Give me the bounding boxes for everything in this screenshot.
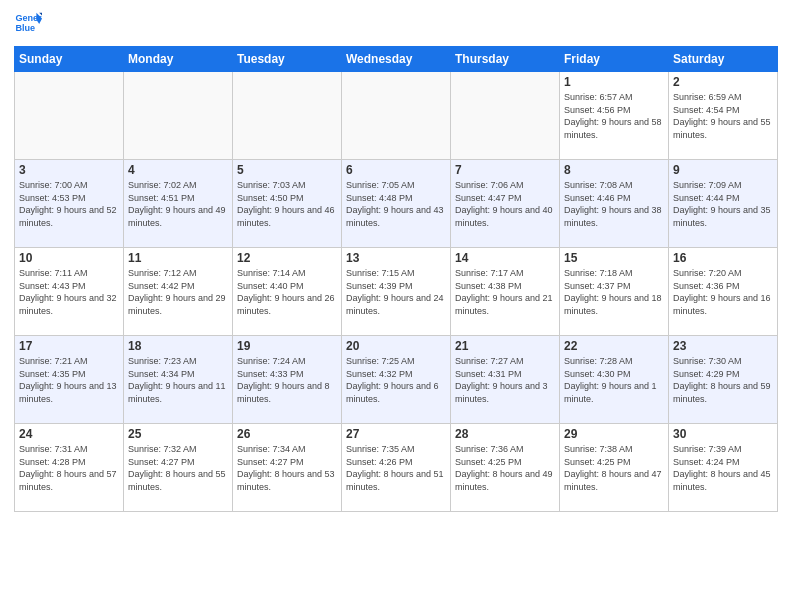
day-number: 17 <box>19 339 119 353</box>
cell-info: Sunrise: 7:32 AM Sunset: 4:27 PM Dayligh… <box>128 443 228 493</box>
day-number: 10 <box>19 251 119 265</box>
cell-info: Sunrise: 7:34 AM Sunset: 4:27 PM Dayligh… <box>237 443 337 493</box>
calendar-cell: 17Sunrise: 7:21 AM Sunset: 4:35 PM Dayli… <box>15 336 124 424</box>
day-number: 22 <box>564 339 664 353</box>
day-number: 29 <box>564 427 664 441</box>
cell-info: Sunrise: 7:08 AM Sunset: 4:46 PM Dayligh… <box>564 179 664 229</box>
calendar-cell <box>342 72 451 160</box>
logo: General Blue <box>14 10 42 38</box>
calendar-cell <box>15 72 124 160</box>
cell-info: Sunrise: 7:27 AM Sunset: 4:31 PM Dayligh… <box>455 355 555 405</box>
calendar: SundayMondayTuesdayWednesdayThursdayFrid… <box>14 46 778 512</box>
day-number: 3 <box>19 163 119 177</box>
calendar-cell: 12Sunrise: 7:14 AM Sunset: 4:40 PM Dayli… <box>233 248 342 336</box>
day-number: 5 <box>237 163 337 177</box>
calendar-cell <box>233 72 342 160</box>
cell-info: Sunrise: 7:12 AM Sunset: 4:42 PM Dayligh… <box>128 267 228 317</box>
calendar-cell: 11Sunrise: 7:12 AM Sunset: 4:42 PM Dayli… <box>124 248 233 336</box>
cell-info: Sunrise: 7:03 AM Sunset: 4:50 PM Dayligh… <box>237 179 337 229</box>
logo-icon: General Blue <box>14 10 42 38</box>
week-row-3: 10Sunrise: 7:11 AM Sunset: 4:43 PM Dayli… <box>15 248 778 336</box>
calendar-cell: 13Sunrise: 7:15 AM Sunset: 4:39 PM Dayli… <box>342 248 451 336</box>
cell-info: Sunrise: 6:57 AM Sunset: 4:56 PM Dayligh… <box>564 91 664 141</box>
calendar-cell: 22Sunrise: 7:28 AM Sunset: 4:30 PM Dayli… <box>560 336 669 424</box>
cell-info: Sunrise: 7:20 AM Sunset: 4:36 PM Dayligh… <box>673 267 773 317</box>
day-number: 6 <box>346 163 446 177</box>
page: General Blue SundayMondayTuesdayWednesda… <box>0 0 792 612</box>
day-number: 27 <box>346 427 446 441</box>
cell-info: Sunrise: 7:39 AM Sunset: 4:24 PM Dayligh… <box>673 443 773 493</box>
calendar-cell: 24Sunrise: 7:31 AM Sunset: 4:28 PM Dayli… <box>15 424 124 512</box>
calendar-cell: 9Sunrise: 7:09 AM Sunset: 4:44 PM Daylig… <box>669 160 778 248</box>
day-number: 8 <box>564 163 664 177</box>
calendar-cell: 30Sunrise: 7:39 AM Sunset: 4:24 PM Dayli… <box>669 424 778 512</box>
cell-info: Sunrise: 7:09 AM Sunset: 4:44 PM Dayligh… <box>673 179 773 229</box>
week-row-2: 3Sunrise: 7:00 AM Sunset: 4:53 PM Daylig… <box>15 160 778 248</box>
calendar-cell: 18Sunrise: 7:23 AM Sunset: 4:34 PM Dayli… <box>124 336 233 424</box>
day-header-saturday: Saturday <box>669 47 778 72</box>
day-number: 30 <box>673 427 773 441</box>
day-number: 4 <box>128 163 228 177</box>
day-number: 21 <box>455 339 555 353</box>
day-header-thursday: Thursday <box>451 47 560 72</box>
calendar-cell: 27Sunrise: 7:35 AM Sunset: 4:26 PM Dayli… <box>342 424 451 512</box>
cell-info: Sunrise: 7:28 AM Sunset: 4:30 PM Dayligh… <box>564 355 664 405</box>
days-header-row: SundayMondayTuesdayWednesdayThursdayFrid… <box>15 47 778 72</box>
calendar-cell: 29Sunrise: 7:38 AM Sunset: 4:25 PM Dayli… <box>560 424 669 512</box>
cell-info: Sunrise: 7:30 AM Sunset: 4:29 PM Dayligh… <box>673 355 773 405</box>
day-number: 2 <box>673 75 773 89</box>
cell-info: Sunrise: 7:15 AM Sunset: 4:39 PM Dayligh… <box>346 267 446 317</box>
calendar-cell: 25Sunrise: 7:32 AM Sunset: 4:27 PM Dayli… <box>124 424 233 512</box>
cell-info: Sunrise: 7:35 AM Sunset: 4:26 PM Dayligh… <box>346 443 446 493</box>
calendar-cell: 14Sunrise: 7:17 AM Sunset: 4:38 PM Dayli… <box>451 248 560 336</box>
week-row-5: 24Sunrise: 7:31 AM Sunset: 4:28 PM Dayli… <box>15 424 778 512</box>
day-header-sunday: Sunday <box>15 47 124 72</box>
cell-info: Sunrise: 7:25 AM Sunset: 4:32 PM Dayligh… <box>346 355 446 405</box>
week-row-4: 17Sunrise: 7:21 AM Sunset: 4:35 PM Dayli… <box>15 336 778 424</box>
day-number: 18 <box>128 339 228 353</box>
cell-info: Sunrise: 7:00 AM Sunset: 4:53 PM Dayligh… <box>19 179 119 229</box>
day-number: 25 <box>128 427 228 441</box>
calendar-cell: 1Sunrise: 6:57 AM Sunset: 4:56 PM Daylig… <box>560 72 669 160</box>
day-number: 15 <box>564 251 664 265</box>
cell-info: Sunrise: 7:23 AM Sunset: 4:34 PM Dayligh… <box>128 355 228 405</box>
day-number: 9 <box>673 163 773 177</box>
cell-info: Sunrise: 7:14 AM Sunset: 4:40 PM Dayligh… <box>237 267 337 317</box>
calendar-cell: 3Sunrise: 7:00 AM Sunset: 4:53 PM Daylig… <box>15 160 124 248</box>
day-header-monday: Monday <box>124 47 233 72</box>
cell-info: Sunrise: 7:17 AM Sunset: 4:38 PM Dayligh… <box>455 267 555 317</box>
cell-info: Sunrise: 7:11 AM Sunset: 4:43 PM Dayligh… <box>19 267 119 317</box>
day-number: 28 <box>455 427 555 441</box>
calendar-cell: 15Sunrise: 7:18 AM Sunset: 4:37 PM Dayli… <box>560 248 669 336</box>
cell-info: Sunrise: 7:38 AM Sunset: 4:25 PM Dayligh… <box>564 443 664 493</box>
cell-info: Sunrise: 7:24 AM Sunset: 4:33 PM Dayligh… <box>237 355 337 405</box>
day-number: 24 <box>19 427 119 441</box>
day-number: 13 <box>346 251 446 265</box>
cell-info: Sunrise: 7:36 AM Sunset: 4:25 PM Dayligh… <box>455 443 555 493</box>
day-number: 12 <box>237 251 337 265</box>
calendar-cell: 7Sunrise: 7:06 AM Sunset: 4:47 PM Daylig… <box>451 160 560 248</box>
day-header-wednesday: Wednesday <box>342 47 451 72</box>
cell-info: Sunrise: 6:59 AM Sunset: 4:54 PM Dayligh… <box>673 91 773 141</box>
calendar-cell: 4Sunrise: 7:02 AM Sunset: 4:51 PM Daylig… <box>124 160 233 248</box>
day-number: 16 <box>673 251 773 265</box>
svg-text:Blue: Blue <box>15 23 35 33</box>
calendar-cell: 8Sunrise: 7:08 AM Sunset: 4:46 PM Daylig… <box>560 160 669 248</box>
cell-info: Sunrise: 7:05 AM Sunset: 4:48 PM Dayligh… <box>346 179 446 229</box>
calendar-cell: 10Sunrise: 7:11 AM Sunset: 4:43 PM Dayli… <box>15 248 124 336</box>
calendar-cell: 5Sunrise: 7:03 AM Sunset: 4:50 PM Daylig… <box>233 160 342 248</box>
calendar-cell <box>451 72 560 160</box>
day-header-tuesday: Tuesday <box>233 47 342 72</box>
day-number: 20 <box>346 339 446 353</box>
week-row-1: 1Sunrise: 6:57 AM Sunset: 4:56 PM Daylig… <box>15 72 778 160</box>
calendar-cell: 2Sunrise: 6:59 AM Sunset: 4:54 PM Daylig… <box>669 72 778 160</box>
cell-info: Sunrise: 7:18 AM Sunset: 4:37 PM Dayligh… <box>564 267 664 317</box>
day-number: 19 <box>237 339 337 353</box>
day-header-friday: Friday <box>560 47 669 72</box>
calendar-cell: 26Sunrise: 7:34 AM Sunset: 4:27 PM Dayli… <box>233 424 342 512</box>
day-number: 26 <box>237 427 337 441</box>
calendar-cell: 21Sunrise: 7:27 AM Sunset: 4:31 PM Dayli… <box>451 336 560 424</box>
day-number: 1 <box>564 75 664 89</box>
day-number: 14 <box>455 251 555 265</box>
calendar-cell: 6Sunrise: 7:05 AM Sunset: 4:48 PM Daylig… <box>342 160 451 248</box>
